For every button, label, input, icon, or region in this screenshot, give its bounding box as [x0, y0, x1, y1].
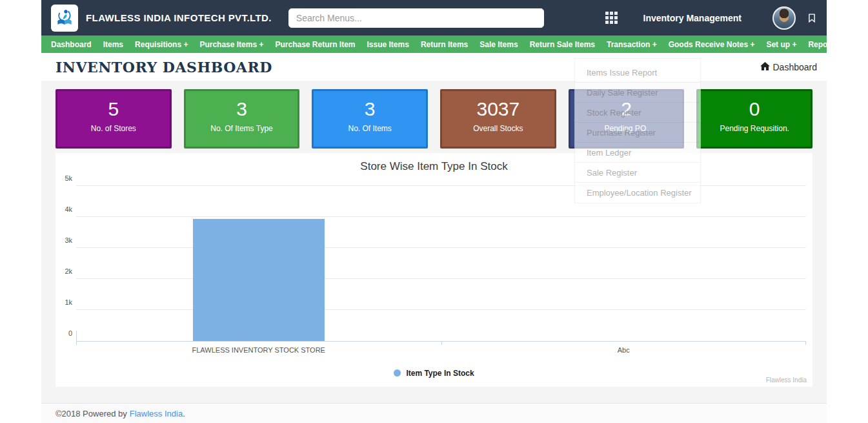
- breadcrumb[interactable]: Dashboard: [760, 62, 818, 72]
- chart-legend[interactable]: Item Type In Stock: [56, 367, 812, 378]
- ghost-menu-item-item-ledger[interactable]: Item Ledger: [575, 143, 700, 163]
- nav-item-set-up[interactable]: Set up +: [760, 40, 802, 49]
- nav-item-issue-items[interactable]: Issue Items: [361, 40, 415, 49]
- stat-card-label: No. of Stores: [57, 124, 170, 133]
- breadcrumb-label: Dashboard: [773, 62, 818, 72]
- page-title-row: INVENTORY DASHBOARD Dashboard: [41, 53, 827, 81]
- legend-dot-icon: [394, 369, 401, 377]
- bookmark-icon[interactable]: [807, 12, 816, 24]
- content-area: 5No. of Stores3No. Of Items Type3No. Of …: [41, 81, 827, 423]
- page-title: INVENTORY DASHBOARD: [56, 59, 272, 76]
- search-input[interactable]: [288, 8, 544, 28]
- nav-item-dashboard[interactable]: Dashboard: [45, 40, 97, 49]
- nav-item-purchase-items[interactable]: Purchase Items +: [194, 40, 269, 49]
- footer-text: ©2018 Powered by: [56, 409, 127, 418]
- stat-card-value: 5: [57, 98, 170, 119]
- nav-item-sale-items[interactable]: Sale Items: [474, 40, 523, 49]
- y-axis-tick-label: 4k: [55, 205, 72, 213]
- nav-item-reports[interactable]: Reports +: [802, 40, 850, 49]
- home-icon: [760, 62, 770, 72]
- stat-card-value: 0: [698, 98, 811, 119]
- chart-watermark: Flawless India: [766, 377, 807, 384]
- x-axis-category-label: FLAWLESS INVENTORY STOCK STORE: [76, 346, 441, 354]
- stat-card-label: Pending Requsition.: [698, 124, 811, 133]
- nav-item-items[interactable]: Items: [97, 40, 129, 49]
- top-header: FLAWLESS INDIA INFOTECH PVT.LTD. Invento…: [41, 0, 827, 36]
- stat-card-value: 3: [186, 98, 298, 119]
- gridline: [76, 309, 806, 310]
- y-axis-line: [76, 331, 77, 341]
- ghost-menu-item-items-issue-report[interactable]: Items Issue Report: [575, 63, 700, 83]
- nav-item-purchase-return-item[interactable]: Purchase Return Item: [269, 40, 361, 49]
- nav-item-transaction[interactable]: Transaction +: [601, 40, 663, 49]
- nav-item-goods-receive-notes[interactable]: Goods Receive Notes +: [663, 40, 761, 49]
- stat-card-value: 3: [314, 98, 426, 119]
- y-axis-tick-label: 2k: [55, 267, 72, 275]
- stat-card-label: Overall Stocks: [442, 124, 554, 133]
- stat-card-pending-requsition: 0Pending Requsition.: [696, 89, 812, 149]
- logo-icon: [54, 6, 75, 30]
- user-avatar[interactable]: [772, 6, 796, 30]
- footer: ©2018 Powered by Flawless India.: [41, 403, 827, 423]
- x-axis-tick: [805, 341, 806, 345]
- y-axis-tick-label: 5k: [55, 174, 72, 182]
- y-axis-tick-label: 1k: [55, 298, 72, 306]
- brand-name: FLAWLESS INDIA INFOTECH PVT.LTD.: [86, 12, 272, 23]
- ghost-menu-item-stock-register[interactable]: Stock Register: [575, 103, 700, 123]
- nav-item-return-sale-items[interactable]: Return Sale Items: [524, 40, 601, 49]
- company-logo[interactable]: [51, 5, 78, 32]
- stat-card-no-of-items: 3No. Of Items: [312, 89, 428, 149]
- gridline: [76, 278, 806, 279]
- chart-x-labels: FLAWLESS INVENTORY STOCK STOREAbc: [76, 346, 806, 354]
- y-axis-tick-label: 0: [55, 329, 72, 337]
- x-axis-tick: [76, 341, 77, 345]
- nav-item-return-items[interactable]: Return Items: [415, 40, 474, 49]
- ghost-menu-item-purchase-register[interactable]: Purchase Register: [575, 123, 700, 143]
- ghost-dropdown: Items Issue ReportDaily Sale RegisterSto…: [574, 58, 701, 203]
- app-window: FLAWLESS INDIA INFOTECH PVT.LTD. Invento…: [41, 0, 827, 423]
- stat-card-no-of-items-type: 3No. Of Items Type: [184, 89, 300, 149]
- apps-grid-icon[interactable]: [605, 12, 618, 24]
- nav-menu: DashboardItemsRequisitions +Purchase Ite…: [41, 36, 827, 53]
- app-title: Inventory Management: [643, 13, 742, 23]
- legend-label: Item Type In Stock: [406, 369, 474, 378]
- ghost-menu-item-employee-location-register[interactable]: Employee/Location Register: [575, 183, 700, 203]
- stat-card-label: No. Of Items: [314, 124, 426, 133]
- ghost-menu-item-daily-sale-register[interactable]: Daily Sale Register: [575, 83, 700, 103]
- stat-card-overall-stocks: 3037Overall Stocks: [440, 89, 556, 149]
- footer-link[interactable]: Flawless India: [130, 409, 183, 418]
- x-axis-category-label: Abc: [441, 346, 807, 354]
- stat-card-label: No. Of Items Type: [186, 124, 298, 133]
- gridline: [76, 216, 806, 217]
- gridline: [76, 247, 806, 248]
- x-axis-tick: [441, 341, 442, 345]
- y-axis-tick-label: 3k: [55, 236, 72, 244]
- footer-suffix: .: [183, 409, 185, 418]
- stat-card-value: 3037: [442, 98, 554, 119]
- nav-item-requisitions[interactable]: Requisitions +: [129, 40, 194, 49]
- stat-card-no-of-stores: 5No. of Stores: [56, 89, 172, 149]
- chart-plot: 01k2k3k4k5k: [76, 186, 806, 342]
- chart-bar-flawless-inventory-stock-store[interactable]: [193, 219, 325, 341]
- header-right-cluster: Inventory Management: [605, 6, 816, 30]
- ghost-menu-item-sale-register[interactable]: Sale Register: [575, 163, 700, 183]
